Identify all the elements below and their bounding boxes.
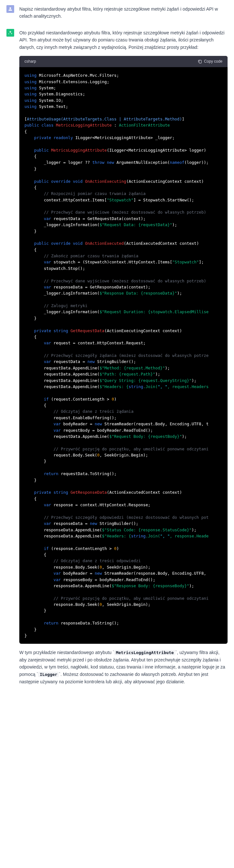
assistant-outro: W tym przykładzie niestandardowego atryb… xyxy=(19,649,228,685)
inline-code-attribute: MetricsLoggingAttribute xyxy=(114,650,176,655)
inline-code-ilogger: ILogger xyxy=(38,672,59,677)
assistant-message: Oto przykład niestandardowego atrybutu f… xyxy=(6,29,228,689)
user-text: Napisz niestandardowy atrybut filtra, kt… xyxy=(19,5,228,20)
assistant-intro: Oto przykład niestandardowego atrybutu f… xyxy=(19,29,228,51)
user-avatar xyxy=(6,5,14,13)
copy-code-button[interactable]: Copy code xyxy=(198,59,223,65)
code-header: csharp Copy code xyxy=(19,56,228,67)
code-block: csharp Copy code using Microsoft.AspNetC… xyxy=(19,56,228,644)
sparkle-icon xyxy=(8,30,13,35)
svg-rect-0 xyxy=(199,60,201,63)
assistant-avatar xyxy=(6,29,14,37)
copy-code-label: Copy code xyxy=(204,59,223,65)
clipboard-icon xyxy=(198,59,202,64)
user-message: Napisz niestandardowy atrybut filtra, kt… xyxy=(6,5,228,20)
code-content: using Microsoft.AspNetCore.Mvc.Filters; … xyxy=(19,67,228,644)
person-icon xyxy=(8,6,13,11)
code-language: csharp xyxy=(24,59,36,65)
